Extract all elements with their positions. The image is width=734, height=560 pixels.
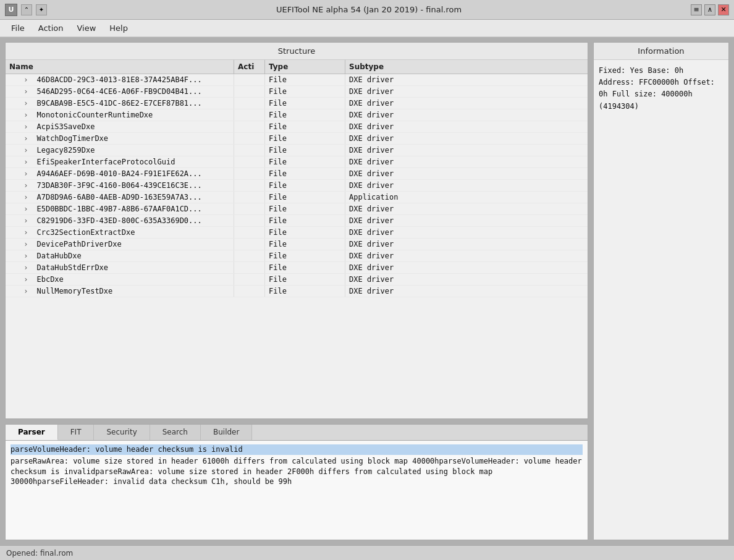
menu-help[interactable]: Help <box>103 22 134 35</box>
menu-view[interactable]: View <box>70 22 102 35</box>
cell-name: › EbcDxe <box>6 274 234 285</box>
row-indent <box>9 111 19 119</box>
cell-name: › 73DAB30F-3F9C-4160-B064-439CE16C3E... <box>6 180 234 191</box>
table-row[interactable]: › Crc32SectionExtractDxe File DXE driver <box>6 227 588 239</box>
row-arrow[interactable]: › <box>23 99 32 108</box>
row-indent <box>9 228 19 237</box>
cell-action <box>234 98 265 109</box>
info-header: Information <box>594 43 728 60</box>
minimize-button[interactable]: ∧ <box>704 4 715 15</box>
table-row[interactable]: › DataHubDxe File DXE driver <box>6 250 588 262</box>
table-body[interactable]: › 46D8ACDD-29C3-4013-81E8-37A425AB4F... … <box>6 74 588 418</box>
table-row[interactable]: › EbcDxe File DXE driver <box>6 274 588 286</box>
pin-button[interactable]: ⌃ <box>21 4 32 15</box>
cell-type: File <box>265 98 345 109</box>
table-row[interactable]: › WatchDogTimerDxe File DXE driver <box>6 133 588 145</box>
table-row[interactable]: › 73DAB30F-3F9C-4160-B064-439CE16C3E... … <box>6 180 588 192</box>
row-arrow[interactable]: › <box>23 87 32 96</box>
row-arrow[interactable]: › <box>23 216 32 225</box>
row-arrow[interactable]: › <box>23 181 32 190</box>
table-row[interactable]: › B9CABA9B-E5C5-41DC-86E2-E7CEF87B81... … <box>6 98 588 109</box>
cell-subtype: DXE driver <box>345 98 588 109</box>
row-arrow[interactable]: › <box>23 263 32 272</box>
row-arrow[interactable]: › <box>23 146 32 155</box>
row-arrow[interactable]: › <box>23 158 32 166</box>
close-button[interactable]: ✕ <box>718 4 729 15</box>
menu-file[interactable]: File <box>5 22 31 35</box>
row-arrow[interactable]: › <box>23 205 32 213</box>
cell-name: › DevicePathDriverDxe <box>6 239 234 250</box>
left-panel: Structure Name Acti Type Subtype › 46D8A… <box>5 42 588 540</box>
row-indent <box>9 122 19 131</box>
row-indent <box>9 205 19 213</box>
row-arrow[interactable]: › <box>23 111 32 119</box>
cell-name: › B9CABA9B-E5C5-41DC-86E2-E7CEF87B81... <box>6 98 234 109</box>
row-indent <box>9 263 19 272</box>
cell-name: › 46D8ACDD-29C3-4013-81E8-37A425AB4F... <box>6 74 234 85</box>
row-arrow[interactable]: › <box>23 122 32 131</box>
row-arrow[interactable]: › <box>23 228 32 237</box>
cell-type: File <box>265 239 345 250</box>
tab-search[interactable]: Search <box>150 425 201 440</box>
cell-name: › NullMemoryTestDxe <box>6 286 234 297</box>
menubar: File Action View Help <box>0 20 734 37</box>
cell-name: › E5D0BBDC-1BBC-49B7-A8B6-67AAF0A1CD... <box>6 203 234 214</box>
log-area: parseVolumeHeader: volume header checksu… <box>6 441 588 540</box>
table-row[interactable]: › DataHubStdErrDxe File DXE driver <box>6 262 588 274</box>
structure-header: Structure <box>6 43 588 60</box>
cell-action <box>234 86 265 97</box>
tabs-row: ParserFITSecuritySearchBuilder <box>6 425 588 441</box>
table-row[interactable]: › Legacy8259Dxe File DXE driver <box>6 145 588 156</box>
row-indent <box>9 87 19 96</box>
table-row[interactable]: › EfiSpeakerInterfaceProtocolGuid File D… <box>6 156 588 168</box>
row-arrow[interactable]: › <box>23 193 32 202</box>
menu-button[interactable]: ≡ <box>691 4 702 15</box>
table-row[interactable]: › C82919D6-33FD-43ED-800C-635A3369D0... … <box>6 215 588 227</box>
cell-type: File <box>265 215 345 226</box>
cell-action <box>234 227 265 238</box>
table-row[interactable]: › DevicePathDriverDxe File DXE driver <box>6 239 588 250</box>
row-indent <box>9 287 19 295</box>
table-row[interactable]: › 546AD295-0C64-4CE6-A06F-FB9CD04B41... … <box>6 86 588 98</box>
row-arrow[interactable]: › <box>23 134 32 143</box>
table-row[interactable]: › AcpiS3SaveDxe File DXE driver <box>6 121 588 133</box>
table-row[interactable]: › MonotonicCounterRuntimeDxe File DXE dr… <box>6 109 588 121</box>
cell-action <box>234 250 265 261</box>
table-row[interactable]: › 46D8ACDD-29C3-4013-81E8-37A425AB4F... … <box>6 74 588 86</box>
row-indent <box>9 252 19 260</box>
row-indent <box>9 158 19 166</box>
row-arrow[interactable]: › <box>23 75 32 84</box>
table-row[interactable]: › A7D8D9A6-6AB0-4AEB-AD9D-163E59A7A3... … <box>6 192 588 203</box>
tab-builder[interactable]: Builder <box>201 425 252 440</box>
cell-type: File <box>265 262 345 273</box>
row-indent <box>9 134 19 143</box>
log-line: parseRawArea: volume size stored in head… <box>11 457 439 465</box>
row-arrow[interactable]: › <box>23 252 32 260</box>
structure-panel: Structure Name Acti Type Subtype › 46D8A… <box>5 42 588 419</box>
cell-type: File <box>265 74 345 85</box>
table-row[interactable]: › E5D0BBDC-1BBC-49B7-A8B6-67AAF0A1CD... … <box>6 203 588 215</box>
row-arrow[interactable]: › <box>23 275 32 284</box>
cell-name: › A94A6AEF-D69B-4010-BA24-F91E1FE62A... <box>6 168 234 179</box>
cell-name: › MonotonicCounterRuntimeDxe <box>6 109 234 121</box>
log-line: parseFileHeader: invalid data checksum C… <box>37 477 292 486</box>
row-arrow[interactable]: › <box>23 169 32 178</box>
tab-security[interactable]: Security <box>94 425 150 440</box>
row-indent <box>9 169 19 178</box>
cell-type: File <box>265 227 345 238</box>
menu-action[interactable]: Action <box>32 22 70 35</box>
cell-action <box>234 262 265 273</box>
row-arrow[interactable]: › <box>23 240 32 248</box>
table-row[interactable]: › A94A6AEF-D69B-4010-BA24-F91E1FE62A... … <box>6 168 588 180</box>
cell-type: File <box>265 274 345 285</box>
main-content: Structure Name Acti Type Subtype › 46D8A… <box>0 37 734 545</box>
table-row[interactable]: › NullMemoryTestDxe File DXE driver <box>6 286 588 297</box>
tab-parser[interactable]: Parser <box>6 425 58 440</box>
tab-fit[interactable]: FIT <box>58 425 95 440</box>
row-arrow[interactable]: › <box>23 287 32 295</box>
cell-type: File <box>265 250 345 261</box>
unpin-button[interactable]: ✦ <box>36 4 47 15</box>
status-bar: Opened: final.rom <box>0 545 734 560</box>
row-indent <box>9 181 19 190</box>
cell-type: File <box>265 203 345 214</box>
